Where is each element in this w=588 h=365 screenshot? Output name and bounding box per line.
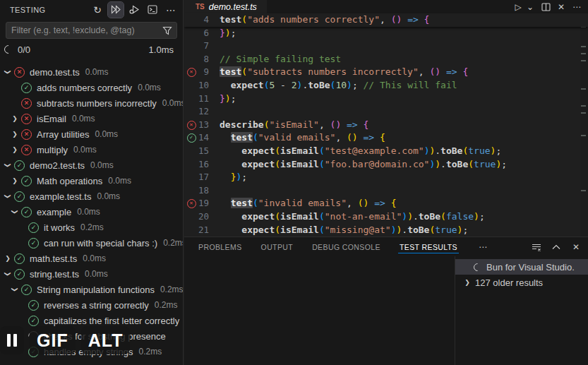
chevron-down-icon[interactable]: ❯ — [11, 283, 18, 296]
chevron-down-icon[interactable]: ❯ — [4, 159, 11, 172]
code-line[interactable]: 20 expect(isEmail("not-an-email")).toBe(… — [184, 210, 588, 224]
gif-badge[interactable]: GIF — [30, 326, 76, 354]
clear-test-results-icon[interactable] — [529, 239, 544, 255]
test-label: math.test.ts — [30, 253, 77, 264]
line-number: 6 — [198, 27, 220, 40]
line-number: 8 — [198, 53, 220, 66]
gutter-fail-icon[interactable]: ✕ — [187, 121, 196, 130]
panel-more-icon[interactable]: ⋯ — [475, 239, 491, 255]
code-line-text: expect(isEmail("missing@at")).toBe(true)… — [220, 224, 468, 237]
editor-more-icon[interactable]: ⋯ — [570, 1, 584, 13]
chevron-down-icon[interactable]: ❯ — [4, 190, 11, 203]
test-tree-item[interactable]: ❯✕multiply0.0ms — [0, 142, 183, 157]
test-fail-icon: ✕ — [21, 114, 32, 124]
debug-tests-icon[interactable] — [126, 2, 142, 18]
code-line-text: test("adds numbers correctly", () => { — [220, 13, 429, 27]
test-pass-icon: ✓ — [14, 269, 25, 280]
chevron-right-icon[interactable]: ❯ — [8, 146, 21, 153]
line-number: 20 — [198, 210, 220, 224]
code-line[interactable]: 7 — [184, 40, 588, 53]
test-tree-item[interactable]: ❯✓demo2.test.ts0.0ms — [0, 157, 183, 173]
test-label: demo2.test.ts — [30, 160, 85, 171]
split-editor-icon[interactable] — [539, 1, 553, 13]
pause-button[interactable] — [0, 326, 24, 354]
chevron-right-icon[interactable]: ❯ — [8, 177, 21, 184]
terminal-icon[interactable] — [145, 2, 160, 18]
line-number: 9 — [198, 66, 220, 79]
test-tree-item[interactable]: ✓reverses a string correctly0.2ms — [0, 297, 183, 313]
test-fail-icon: ✕ — [21, 145, 32, 155]
panel-tabbar: PROBLEMSOUTPUTDEBUG CONSOLETEST RESULTS … — [184, 237, 588, 256]
run-tests-icon[interactable] — [108, 2, 124, 18]
gutter-fail-icon[interactable]: ✕ — [187, 68, 196, 77]
code-line[interactable]: 15 expect(isEmail("test@example.com")).t… — [184, 145, 588, 158]
code-line[interactable]: 21 expect(isEmail("missing@at")).toBe(tr… — [184, 224, 588, 237]
code-line[interactable]: 11}); — [184, 92, 588, 106]
chevron-down-icon[interactable]: ❯ — [4, 268, 11, 280]
code-line[interactable]: 8// Simple failing test — [184, 53, 588, 66]
test-pass-icon: ✓ — [28, 222, 39, 233]
vscode-window: TESTING ↻ — [0, 0, 588, 365]
code-line-text: expect(isEmail("test@example.com")).toBe… — [220, 145, 501, 158]
code-area[interactable]: 4test("adds numbers correctly", () => { … — [184, 13, 588, 237]
test-fail-icon: ✕ — [14, 67, 25, 78]
test-tree-item[interactable]: ❯✓String manipulation functions0.2ms — [0, 282, 183, 297]
test-tree-item[interactable]: ❯✓math.test.ts0.0ms — [0, 251, 183, 266]
sticky-scroll-line[interactable]: 4test("adds numbers correctly", () => { — [184, 13, 588, 27]
code-line[interactable]: 16 expect(isEmail("foo.bar@domain.co")).… — [184, 158, 588, 172]
test-tree-item[interactable]: ❯✓example.test.ts0.0ms — [0, 189, 183, 204]
test-results-output — [184, 256, 455, 365]
panel-tab-problems[interactable]: PROBLEMS — [197, 243, 244, 256]
minimap[interactable] — [580, 13, 588, 237]
test-duration: 0.2ms — [80, 222, 104, 232]
code-line[interactable]: 18 — [184, 184, 588, 198]
test-tree-item[interactable]: ❯✓example0.0ms — [0, 204, 183, 220]
code-line[interactable]: ✕19 test("invalid emails", () => { — [184, 197, 588, 210]
chevron-right-icon[interactable]: ❯ — [1, 255, 14, 262]
panel-tab-output[interactable]: OUTPUT — [260, 243, 295, 256]
refresh-tests-icon[interactable]: ↻ — [90, 2, 105, 18]
code-line[interactable]: 6}); — [184, 27, 588, 40]
code-line[interactable]: 17 }); — [184, 171, 588, 184]
run-spinner-icon — [472, 261, 484, 273]
test-run-item[interactable]: ❯127 older results — [455, 275, 588, 290]
code-line[interactable]: 12 — [184, 105, 588, 119]
more-actions-icon[interactable]: ⋯ — [163, 2, 179, 18]
chevron-right-icon[interactable]: ❯ — [8, 131, 21, 138]
testing-header: TESTING ↻ — [0, 0, 183, 19]
chevron-right-icon[interactable]: ❯ — [461, 279, 474, 286]
panel-tab-debug-console[interactable]: DEBUG CONSOLE — [311, 243, 382, 256]
gutter-fail-icon[interactable]: ✕ — [187, 199, 196, 208]
test-tree-item[interactable]: ✓adds numbers correctly0.0ms — [0, 80, 183, 95]
test-tree-item[interactable]: ❯✕isEmail0.0ms — [0, 111, 183, 126]
maximize-panel-icon[interactable] — [548, 239, 564, 255]
editor-tab-demo-test-ts[interactable]: TS demo.test.ts — [184, 0, 267, 13]
test-tree-item[interactable]: ❯✕Array utilities0.0ms — [0, 126, 183, 142]
test-tree-item[interactable]: ✓can run with special chars :)0.2ms — [0, 235, 183, 251]
test-label: example — [37, 207, 71, 217]
code-line[interactable]: ✕9test("subtracts numbers incorrectly", … — [184, 66, 588, 79]
test-tree-item[interactable]: ❯✓string.test.ts0.0ms — [0, 266, 183, 282]
test-tree-item[interactable]: ❯✓Math operations0.0ms — [0, 173, 183, 189]
testing-title: TESTING — [10, 6, 45, 14]
test-tree-item[interactable]: ❯✕demo.test.ts0.0ms — [0, 64, 183, 80]
gutter-pass-icon[interactable]: ✓ — [187, 133, 196, 143]
test-filter-input[interactable] — [11, 25, 162, 35]
test-tree-item[interactable]: ✕subtracts numbers incorrectly0.0ms — [0, 95, 183, 111]
test-run-item[interactable]: Bun for Visual Studio. — [455, 259, 588, 275]
code-line[interactable]: 10 expect(5 - 2).toBe(10); // This will … — [184, 79, 588, 92]
minimap-mark — [581, 60, 586, 61]
run-dropdown-icon[interactable]: ⌄ — [523, 1, 537, 13]
code-line[interactable]: ✕13describe("isEmail", () => { — [184, 119, 588, 132]
panel-tab-test-results[interactable]: TEST RESULTS — [398, 243, 459, 256]
close-editor-icon[interactable]: ✕ — [554, 1, 568, 13]
chevron-down-icon[interactable]: ❯ — [11, 205, 18, 218]
alt-badge[interactable]: ALT — [81, 326, 131, 354]
chevron-right-icon[interactable]: ❯ — [8, 115, 21, 122]
code-line[interactable]: ✓14 test("valid emails", () => { — [184, 131, 588, 145]
close-panel-icon[interactable]: ✕ — [568, 239, 584, 255]
progress-spinner-icon — [3, 44, 15, 56]
filter-funnel-icon[interactable] — [162, 26, 172, 35]
test-tree-item[interactable]: ✓it works0.2ms — [0, 220, 183, 235]
chevron-down-icon[interactable]: ❯ — [4, 66, 11, 78]
